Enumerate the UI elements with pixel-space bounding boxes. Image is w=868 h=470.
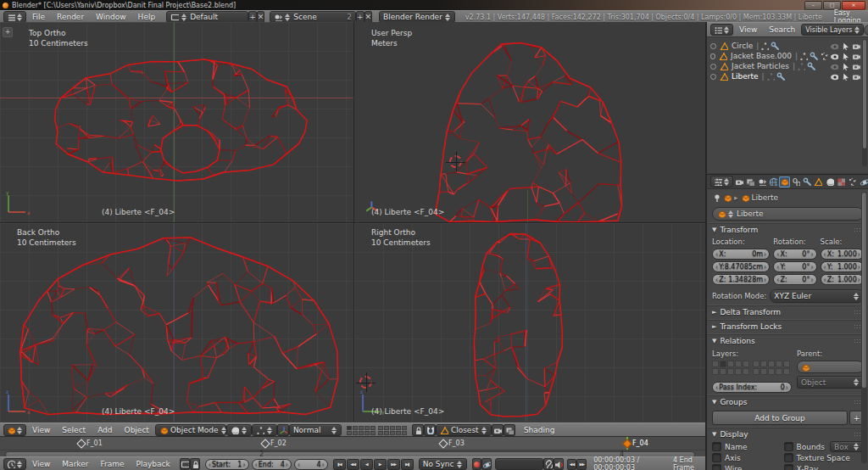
add-layout-button[interactable]: + xyxy=(248,11,257,23)
marker-f03-diamond[interactable] xyxy=(438,439,448,448)
menu-tl-view[interactable]: View xyxy=(26,460,56,468)
delete-layout-button[interactable]: ✕ xyxy=(257,11,265,23)
parent-type-selector[interactable]: Object xyxy=(797,376,864,389)
scale-x-field[interactable]: X:1.000 xyxy=(821,249,864,260)
panel-header-display[interactable]: ▼Display xyxy=(707,428,868,439)
menu-tl-playback[interactable]: Playback xyxy=(131,460,176,468)
rotation-x-field[interactable]: X:0° xyxy=(773,249,816,260)
outliner-search-field[interactable] xyxy=(864,25,868,36)
expand-toggle[interactable] xyxy=(710,43,716,49)
delete-scene-button[interactable]: ✕ xyxy=(364,11,373,23)
tab-object[interactable] xyxy=(779,176,789,187)
rotation-mode-selector[interactable]: XYZ Euler xyxy=(770,289,864,303)
editor-type-button-info[interactable] xyxy=(3,11,26,23)
visibility-eye-icon[interactable] xyxy=(831,75,838,80)
outliner-item-jacket-base[interactable]: Jacket Base.000| xyxy=(707,51,868,61)
insert-keyframe-link-button[interactable] xyxy=(543,458,554,470)
lock-range-toggle[interactable] xyxy=(190,458,200,470)
scene-selector[interactable]: Scene 2 xyxy=(270,11,356,23)
panel-header-groups[interactable]: ▼Groups xyxy=(707,395,868,407)
menu-object[interactable]: Object xyxy=(119,426,155,434)
add-to-group-button[interactable]: Add to Group xyxy=(712,411,848,425)
renderability-icon[interactable] xyxy=(853,76,860,81)
play-reverse-button[interactable]: ◀ xyxy=(360,459,373,470)
menu-file[interactable]: File xyxy=(26,13,51,21)
location-z-field[interactable]: Z:1.34828m xyxy=(712,274,770,285)
x-ray-checkbox[interactable] xyxy=(784,464,793,470)
menu-tl-marker[interactable]: Marker xyxy=(56,460,94,468)
screen-layout-selector[interactable]: Default xyxy=(166,11,248,23)
expand-toggle[interactable] xyxy=(710,53,715,59)
rotation-z-field[interactable]: Z:0° xyxy=(773,274,816,285)
parent-field[interactable] xyxy=(797,361,864,373)
start-frame-field[interactable]: Start:1 xyxy=(205,459,249,470)
properties-scrollbar[interactable] xyxy=(861,192,867,463)
manipulator-toggle[interactable] xyxy=(277,424,289,436)
bounds-checkbox[interactable] xyxy=(784,442,793,451)
expand-toggle[interactable] xyxy=(710,74,716,80)
axis-checkbox[interactable] xyxy=(712,453,721,462)
viewport-shading-selector[interactable] xyxy=(226,424,252,436)
visibility-eye-icon[interactable] xyxy=(831,54,838,59)
tab-modifiers[interactable] xyxy=(802,176,812,187)
scale-z-field[interactable]: Z:1.000 xyxy=(821,274,864,285)
option-name[interactable]: Name xyxy=(712,441,781,452)
panel-header-transform[interactable]: ▼Transform xyxy=(707,223,868,235)
snap-target-selector[interactable]: Closest xyxy=(436,424,492,436)
outliner-item-jacket-particles[interactable]: Jacket Particles| xyxy=(707,61,868,71)
record-button[interactable] xyxy=(472,458,481,470)
tab-particles[interactable] xyxy=(847,176,857,187)
location-y-field[interactable]: Y:8.47085cm xyxy=(712,261,770,272)
menu-help[interactable]: Help xyxy=(132,13,162,21)
viewport-right-ortho[interactable]: Right Ortho 10 Centimeters yz (4) Libert… xyxy=(354,223,705,422)
tab-constraints[interactable] xyxy=(791,176,801,187)
tab-scene[interactable] xyxy=(757,176,767,187)
timeline-region[interactable]: F_01 F_02 F_03 F_04 2 4 xyxy=(0,436,705,457)
audio-mute-toggle[interactable] xyxy=(554,458,564,470)
renderability-icon[interactable] xyxy=(853,45,860,50)
option-axis[interactable]: Axis xyxy=(712,452,781,463)
pass-index-field[interactable]: Pass Index:0 xyxy=(712,382,792,393)
keying-set-field[interactable] xyxy=(495,458,543,470)
menu-render[interactable]: Render xyxy=(51,13,90,21)
step-forward-button[interactable]: ▶▶ xyxy=(576,459,587,470)
relations-layer-grid-b[interactable] xyxy=(753,361,790,375)
region-expand-button[interactable]: + xyxy=(3,27,13,37)
menu-view[interactable]: View xyxy=(26,426,56,434)
menu-outliner-view[interactable]: View xyxy=(733,25,763,34)
lock-to-scene-toggle[interactable] xyxy=(412,424,424,436)
add-scene-button[interactable]: + xyxy=(356,11,364,23)
visibility-eye-icon[interactable] xyxy=(831,64,838,70)
tab-object-data[interactable] xyxy=(813,176,823,187)
current-frame-field[interactable]: 4 xyxy=(294,459,328,470)
name-checkbox[interactable] xyxy=(712,442,721,451)
layer-grid-a[interactable] xyxy=(347,426,376,435)
tab-render-layers[interactable] xyxy=(745,176,755,187)
layer-grid-b[interactable] xyxy=(378,426,407,435)
tab-texture[interactable] xyxy=(836,176,846,187)
option-bounds[interactable]: Bounds Box xyxy=(784,441,865,452)
editor-type-button-properties[interactable] xyxy=(710,176,733,187)
rotation-y-field[interactable]: Y:0° xyxy=(773,261,816,272)
tab-render[interactable] xyxy=(734,176,744,187)
selectability-icon[interactable] xyxy=(843,42,849,50)
prev-keyframe-button[interactable]: ◀◀ xyxy=(347,459,359,470)
play-button[interactable]: ▶ xyxy=(374,459,387,470)
transform-orientation-selector[interactable]: Normal xyxy=(289,424,342,436)
editor-type-button-timeline[interactable] xyxy=(3,458,26,470)
tab-world[interactable] xyxy=(768,176,778,187)
minimize-button[interactable]: – xyxy=(804,1,822,10)
outliner-filter-selector[interactable]: Visible Layers xyxy=(801,24,864,36)
step-back-button[interactable]: ◀◀ xyxy=(567,459,577,470)
selectability-icon[interactable] xyxy=(843,53,849,60)
pin-icon[interactable] xyxy=(715,194,719,202)
outliner-scrollbar[interactable] xyxy=(862,39,867,166)
next-keyframe-button[interactable]: ▶▶ xyxy=(387,459,400,470)
panel-header-relations[interactable]: ▼Relations xyxy=(707,334,868,346)
relations-layer-grid-a[interactable] xyxy=(712,361,749,375)
scale-y-field[interactable]: Y:1.000 xyxy=(821,261,864,272)
menu-window[interactable]: Window xyxy=(90,13,132,21)
viewport-top-ortho[interactable]: + Top Ortho 10 Centimeters xy (4) Libert… xyxy=(0,22,353,222)
option-wire[interactable]: Wire xyxy=(712,463,781,470)
option-x-ray[interactable]: X-Ray xyxy=(784,463,865,470)
